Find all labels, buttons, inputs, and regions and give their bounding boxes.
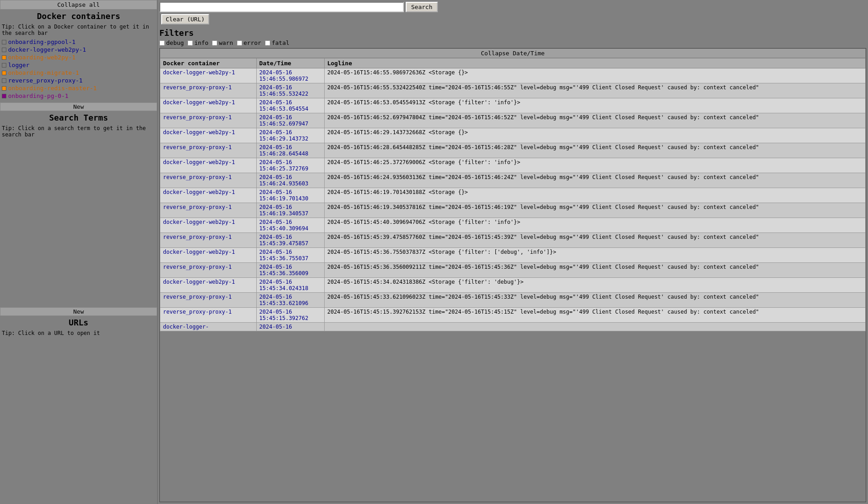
cell-container[interactable]: reverse_proxy-proxy-1 [160,143,257,158]
table-row: docker-logger-web2py-12024-05-16 15:45:3… [160,248,866,263]
log-area[interactable]: Collapse Date/Time Docker container Date… [159,48,866,502]
cell-logline: 2024-05-16T15:46:53.054554913Z <Storage … [324,98,865,113]
cell-datetime: 2024-05-16 15:45:34.024318 [256,278,324,293]
urls-tip: Tip: Click on a URL to open it [0,329,157,337]
filter-item-error: error [237,39,261,46]
sidebar: Collapse all Docker containers Tip: Clic… [0,0,158,504]
table-row: docker-logger-2024-05-16 [160,323,866,331]
cell-container[interactable]: docker-logger-web2py-1 [160,188,257,203]
urls-new-button[interactable]: New [0,307,157,316]
cell-datetime: 2024-05-16 15:46:19.340537 [256,203,324,218]
clear-url-button[interactable]: Clear (URL) [161,14,209,24]
container-link[interactable]: logger [8,62,29,68]
container-color-dot [2,40,6,44]
top-bar: Search [158,0,868,14]
container-link[interactable]: reverse_proxy-proxy-1 [8,77,82,84]
filter-checkbox-fatal[interactable] [265,40,270,46]
collapse-all-button[interactable]: Collapse all [0,0,157,10]
filter-checkbox-info[interactable] [187,40,193,46]
urls-title: URLs [0,316,157,329]
cell-container[interactable]: reverse_proxy-proxy-1 [160,113,257,128]
cell-datetime: 2024-05-16 15:46:52.697947 [256,113,324,128]
cell-container[interactable]: docker-logger-web2py-1 [160,128,257,143]
container-color-dot [2,55,6,60]
cell-container[interactable]: reverse_proxy-proxy-1 [160,83,257,98]
cell-container[interactable]: reverse_proxy-proxy-1 [160,233,257,248]
cell-container[interactable]: docker-logger-web2py-1 [160,158,257,173]
container-list-item[interactable]: logger [2,61,155,69]
cell-datetime: 2024-05-16 15:46:24.935603 [256,173,324,188]
cell-container[interactable]: reverse_proxy-proxy-1 [160,263,257,278]
table-row: reverse_proxy-proxy-12024-05-16 15:46:28… [160,143,866,158]
filter-checkbox-error[interactable] [237,40,242,46]
cell-logline: 2024-05-16T15:45:33.621096023Z time="202… [324,293,865,308]
search-terms-title: Search Terms [0,111,157,124]
cell-container[interactable]: docker-logger- [160,323,257,331]
docker-tip: Tip: Click on a Docker container to get … [0,23,157,37]
container-list-item[interactable]: onboarding-migrate-1 [2,69,155,77]
cell-container[interactable]: docker-logger-web2py-1 [160,98,257,113]
cell-container[interactable]: reverse_proxy-proxy-1 [160,293,257,308]
container-list-item[interactable]: reverse_proxy-proxy-1 [2,77,155,84]
collapse-datetime-button[interactable]: Collapse Date/Time [160,48,866,58]
filters-title: Filters [159,28,866,38]
cell-datetime: 2024-05-16 15:45:36.755037 [256,248,324,263]
table-row: reverse_proxy-proxy-12024-05-16 15:46:52… [160,113,866,128]
container-color-dot [2,78,6,83]
cell-logline: 2024-05-16T15:45:36.356009211Z time="202… [324,263,865,278]
table-row: docker-logger-web2py-12024-05-16 15:46:5… [160,98,866,113]
filter-label-info: info [194,39,208,46]
search-input[interactable] [159,2,404,12]
cell-datetime: 2024-05-16 15:46:25.372769 [256,158,324,173]
cell-datetime: 2024-05-16 15:46:28.645448 [256,143,324,158]
filter-label-fatal: fatal [272,39,289,46]
cell-logline: 2024-05-16T15:46:19.340537816Z time="202… [324,203,865,218]
container-list-item[interactable]: onboarding-redis-master-1 [2,84,155,92]
cell-logline: 2024-05-16T15:46:29.143732668Z <Storage … [324,128,865,143]
docker-containers-title: Docker containers [0,10,157,23]
filter-checkbox-debug[interactable] [159,40,165,46]
cell-container[interactable]: docker-logger-web2py-1 [160,68,257,83]
table-row: reverse_proxy-proxy-12024-05-16 15:46:24… [160,173,866,188]
cell-logline: 2024-05-16T15:45:15.392762153Z time="202… [324,308,865,323]
filter-item-warn: warn [212,39,233,46]
container-list-item[interactable]: onboarding-pgpool-1 [2,38,155,46]
filters-section: Filters debuginfowarnerrorfatal [158,26,868,48]
container-list-item[interactable]: onboarding-web2py-1 [2,53,155,61]
filter-label-error: error [244,39,261,46]
cell-datetime: 2024-05-16 15:45:15.392762 [256,308,324,323]
cell-container[interactable]: docker-logger-web2py-1 [160,248,257,263]
main-content: Search Clear (URL) Filters debuginfowarn… [158,0,868,504]
container-color-dot [2,94,6,98]
cell-datetime: 2024-05-16 15:46:19.701430 [256,188,324,203]
table-row: reverse_proxy-proxy-12024-05-16 15:45:36… [160,263,866,278]
cell-container[interactable]: docker-logger-web2py-1 [160,278,257,293]
container-link[interactable]: onboarding-migrate-1 [8,69,79,76]
filter-label-debug: debug [166,39,184,46]
cell-logline: 2024-05-16T15:45:34.024318386Z <Storage … [324,278,865,293]
cell-datetime: 2024-05-16 15:46:55.986972 [256,68,324,83]
filter-item-info: info [187,39,208,46]
cell-datetime: 2024-05-16 15:46:29.143732 [256,128,324,143]
log-table-header: Docker container Date/Time Logline [160,58,866,68]
cell-datetime: 2024-05-16 15:45:39.475857 [256,233,324,248]
cell-container[interactable]: reverse_proxy-proxy-1 [160,173,257,188]
table-row: reverse_proxy-proxy-12024-05-16 15:45:33… [160,293,866,308]
search-button[interactable]: Search [406,2,438,12]
container-link[interactable]: onboarding-pgpool-1 [8,39,76,45]
container-link[interactable]: onboarding-web2py-1 [8,54,76,61]
container-link[interactable]: onboarding-pg-0-1 [8,92,68,99]
cell-datetime: 2024-05-16 15:45:33.621096 [256,293,324,308]
container-list-item[interactable]: onboarding-pg-0-1 [2,92,155,100]
table-row: docker-logger-web2py-12024-05-16 15:46:2… [160,128,866,143]
search-terms-new-button[interactable]: New [0,102,157,111]
container-link[interactable]: docker-logger-web2py-1 [8,46,86,53]
cell-container[interactable]: reverse_proxy-proxy-1 [160,308,257,323]
container-list-item[interactable]: docker-logger-web2py-1 [2,46,155,53]
container-link[interactable]: onboarding-redis-master-1 [8,85,97,92]
col-header-container: Docker container [160,58,257,68]
filter-label-warn: warn [219,39,233,46]
cell-container[interactable]: docker-logger-web2py-1 [160,218,257,233]
cell-container[interactable]: reverse_proxy-proxy-1 [160,203,257,218]
filter-checkbox-warn[interactable] [212,40,217,46]
